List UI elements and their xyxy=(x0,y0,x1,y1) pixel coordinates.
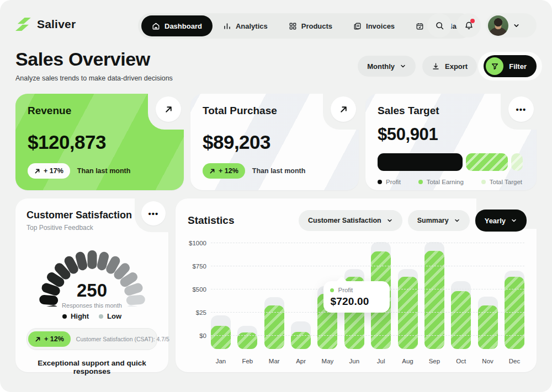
bar-sep[interactable]: Sep xyxy=(424,237,444,349)
bar-mar[interactable]: Mar xyxy=(264,237,284,349)
tooltip-label: Profit xyxy=(338,287,353,293)
revenue-note: Than last month xyxy=(77,167,131,175)
revenue-open-button[interactable] xyxy=(156,96,181,122)
nav-item-invoices[interactable]: Invoices xyxy=(343,15,405,36)
nav-item-analytics[interactable]: Analytics xyxy=(213,15,278,36)
statistics-card: Statistics Customer Satisfaction Summary… xyxy=(176,198,537,372)
metric-dropdown[interactable]: Customer Satisfaction xyxy=(299,210,402,231)
responses-count: 250 xyxy=(34,280,151,301)
brand-logo[interactable]: Saliver xyxy=(15,15,76,33)
legend-earning: Total Earning xyxy=(418,179,464,185)
y-tick-label: $500 xyxy=(192,286,206,293)
search-button[interactable] xyxy=(427,13,452,37)
grid-icon xyxy=(289,22,297,30)
x-tick-label: Aug xyxy=(402,358,413,364)
purchase-open-button[interactable] xyxy=(331,96,356,122)
summary-label: Summary xyxy=(417,217,449,224)
bar-plot: JanFebMarAprMayJunJulAugSepOctNovDec Pro… xyxy=(211,237,524,349)
x-tick-label: Nov xyxy=(482,358,493,364)
progress-seg-profit xyxy=(378,153,463,171)
legend-hight: Hight xyxy=(62,312,89,320)
bar-value xyxy=(505,277,524,349)
revenue-value: $120,873 xyxy=(28,131,172,153)
bar-jan[interactable]: Jan xyxy=(211,237,231,349)
period-dropdown[interactable]: Monthly xyxy=(358,56,416,77)
chevron-down-icon xyxy=(513,22,520,29)
bar-oct[interactable]: Oct xyxy=(451,237,471,349)
header-actions: Monthly Export Filter xyxy=(358,55,537,77)
legend-dot xyxy=(99,314,103,319)
legend-label: Total Earning xyxy=(427,179,464,185)
bar-value xyxy=(211,326,231,350)
gridline xyxy=(211,266,524,266)
bar-value xyxy=(398,277,418,349)
chart-tooltip: Profit $720.00 xyxy=(323,281,390,313)
tooltip-value: $720.00 xyxy=(330,296,383,308)
x-tick-label: Mar xyxy=(269,358,280,364)
arrow-up-right-icon xyxy=(34,168,40,174)
nav-label: Analytics xyxy=(236,22,268,30)
arrow-up-right-icon xyxy=(164,105,173,114)
nav-label: Products xyxy=(301,22,332,30)
bar-feb[interactable]: Feb xyxy=(237,237,257,349)
bar-apr[interactable]: Apr xyxy=(291,237,311,349)
csat-score-text: Customer Satisfaction (CSAT): 4.7/5 xyxy=(76,336,169,342)
csat-delta: + 12% xyxy=(44,335,64,343)
revenue-delta-badge: + 17% xyxy=(28,163,70,179)
chevron-down-icon xyxy=(511,217,517,224)
arrow-up-right-icon xyxy=(209,168,215,174)
brand-name: Saliver xyxy=(37,18,76,31)
x-tick-label: Apr xyxy=(296,358,306,364)
bar-aug[interactable]: Aug xyxy=(398,237,418,349)
statistics-title: Statistics xyxy=(188,214,234,227)
chevron-down-icon xyxy=(400,63,406,69)
filter-button[interactable]: Filter xyxy=(484,55,537,77)
legend-dot xyxy=(378,180,382,184)
y-tick-label: $25 xyxy=(196,309,206,316)
export-label: Export xyxy=(445,62,468,71)
bar-value xyxy=(451,291,471,350)
cs-footer-text: Exceptional support and quick responses xyxy=(26,359,157,375)
cs-menu-button[interactable]: ••• xyxy=(141,201,166,225)
range-label: Yearly xyxy=(485,217,506,225)
bar-nov[interactable]: Nov xyxy=(478,237,498,349)
x-tick-label: May xyxy=(322,358,334,364)
nav-label: Dashboard xyxy=(164,22,202,30)
gridline xyxy=(211,243,524,243)
x-tick-label: Feb xyxy=(242,358,253,364)
y-tick-label: $0 xyxy=(199,332,206,339)
nav-item-dashboard[interactable]: Dashboard xyxy=(141,15,213,36)
cs-legend: Hight Low xyxy=(26,312,157,320)
bar-dec[interactable]: Dec xyxy=(505,237,524,349)
user-avatar xyxy=(488,15,508,36)
purchase-note: Than last month xyxy=(252,167,306,175)
filter-button-wrap: Filter xyxy=(484,55,537,77)
notifications-button[interactable] xyxy=(457,13,481,37)
csat-delta-badge: + 12% xyxy=(28,331,71,347)
lightning-logo-icon xyxy=(15,15,32,33)
customer-satisfaction-card: Customer Satisfaction Top Positive Feedb… xyxy=(15,198,168,372)
page-header: Sales Overview Analyze sales trends to m… xyxy=(15,49,537,84)
chevron-down-icon xyxy=(454,217,460,224)
legend-target: Total Target xyxy=(481,179,522,185)
search-icon xyxy=(435,21,444,30)
arrow-up-right-icon xyxy=(339,105,348,114)
x-tick-label: Jan xyxy=(216,358,226,364)
top-navigation-bar: Saliver Dashboard Analytics Products Inv… xyxy=(15,13,537,39)
purchase-delta-badge: + 12% xyxy=(203,163,245,179)
user-menu[interactable] xyxy=(486,13,537,37)
target-menu-button[interactable]: ••• xyxy=(508,96,534,122)
x-tick-label: Dec xyxy=(509,358,520,364)
range-dropdown[interactable]: Yearly xyxy=(475,210,527,232)
x-tick-label: Jul xyxy=(377,358,385,364)
filter-label: Filter xyxy=(509,62,527,71)
progress-seg-earning xyxy=(466,153,508,171)
metric-label: Customer Satisfaction xyxy=(308,217,381,224)
summary-dropdown[interactable]: Summary xyxy=(408,210,470,231)
legend-label: Hight xyxy=(71,312,89,320)
bar-value xyxy=(291,332,311,349)
y-tick-label: $750 xyxy=(192,263,206,270)
export-button[interactable]: Export xyxy=(422,56,477,77)
legend-dot xyxy=(418,180,423,184)
nav-item-products[interactable]: Products xyxy=(278,15,343,36)
